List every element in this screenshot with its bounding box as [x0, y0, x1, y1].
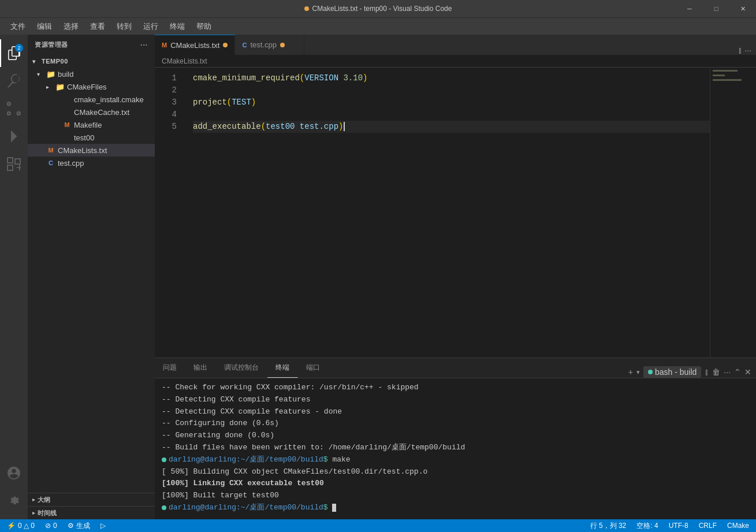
run-icon: ▷ [100, 522, 106, 530]
tree-cmake-install[interactable]: cmake_install.cmake [28, 93, 155, 106]
split-editor-icon[interactable]: ⫿ [738, 46, 742, 55]
close-button[interactable]: ✕ [729, 0, 756, 17]
status-bar: ⚡ 0 △ 0 ⊘ 0 ⚙ 生成 ▷ 行 5，列 32 空格: 4 UTF-8 … [0, 519, 756, 532]
prompt-dot-2 [162, 505, 166, 510]
line-numbers: 1 2 3 4 5 [155, 68, 184, 358]
menu-run[interactable]: 运行 [139, 19, 163, 34]
menu-edit[interactable]: 编辑 [32, 19, 57, 34]
testcpp-label: test.cpp [58, 159, 155, 168]
tree-cmakefiles[interactable]: ▸ 📁 CMakeFiles [28, 80, 155, 93]
terminal-dot [648, 370, 653, 374]
panel: 问题 输出 调试控制台 终端 端口 + ▾ bash - build ⫿ [155, 358, 756, 519]
menu-select[interactable]: 选择 [59, 19, 83, 34]
activity-explorer[interactable]: 2 [0, 39, 28, 67]
tab-testcpp-label: test.cpp [250, 40, 277, 49]
terminal-line-2: -- Detecting CXX compile features [162, 394, 749, 406]
terminal-more-icon[interactable]: ··· [724, 367, 731, 377]
sidebar-header-icons: ··· [140, 40, 148, 50]
testcpp-icon: C [46, 159, 55, 166]
tab-cmakelists-unsaved [223, 43, 228, 47]
explorer-badge: 2 [15, 44, 23, 52]
activity-account[interactable] [0, 459, 28, 487]
eol-label: CRLF [699, 522, 717, 530]
status-encoding[interactable]: UTF-8 [666, 522, 691, 530]
tree-build[interactable]: ▾ 📁 build [28, 68, 155, 80]
tree-cmakecache[interactable]: CMakeCache.txt [28, 106, 155, 118]
status-language[interactable]: CMake [725, 522, 751, 530]
status-run[interactable]: ▷ [98, 522, 108, 530]
status-indent[interactable]: 空格: 4 [634, 521, 660, 531]
code-editor[interactable]: 1 2 3 4 5 cmake_minimum_required(VERSION… [155, 68, 756, 358]
panel-maximize-icon[interactable]: ⌃ [734, 367, 741, 377]
code-line-2 [193, 84, 710, 96]
menu-file[interactable]: 文件 [6, 19, 30, 34]
window-controls: ─ □ ✕ [676, 0, 756, 17]
activity-search[interactable] [0, 67, 28, 95]
cmakelists-label: CMakeLists.txt [58, 146, 155, 155]
tab-testcpp[interactable]: C test.cpp [235, 35, 304, 55]
status-warnings[interactable]: ⊘ 0 [43, 522, 59, 530]
tab-cmakelists[interactable]: M CMakeLists.txt [155, 35, 235, 55]
code-line-1: cmake_minimum_required(VERSION 3.10) [193, 72, 710, 84]
timeline-header[interactable]: ▸ 时间线 [28, 507, 155, 519]
maximize-button[interactable]: □ [703, 0, 729, 17]
minimap [710, 68, 756, 358]
gear-icon: ⚙ [68, 522, 74, 530]
delete-terminal-icon[interactable]: 🗑 [712, 367, 720, 377]
prompt-text-2: darling@darling:~/桌面/temp00/build$ [169, 502, 336, 514]
panel-tab-debug[interactable]: 调试控制台 [216, 358, 267, 378]
new-terminal-icon[interactable]: + [628, 367, 633, 377]
tree-testcpp[interactable]: C test.cpp [28, 157, 155, 169]
activity-extensions[interactable] [0, 150, 28, 178]
cmake-install-label: cmake_install.cmake [74, 95, 155, 104]
terminal-content[interactable]: -- Check for working CXX compiler: /usr/… [155, 378, 756, 519]
sidebar-more-icon[interactable]: ··· [140, 40, 148, 50]
activity-run[interactable] [0, 122, 28, 150]
breadcrumb: CMakeLists.txt [155, 55, 756, 68]
panel-tab-terminal[interactable]: 终端 [267, 358, 298, 378]
breadcrumb-file[interactable]: CMakeLists.txt [162, 57, 207, 65]
window-title: CMakeLists.txt - temp00 - Visual Studio … [312, 5, 452, 13]
makefile-label: Makefile [74, 121, 155, 129]
tab-more-icon[interactable]: ··· [744, 46, 751, 55]
terminal-prompt-2: darling@darling:~/桌面/temp00/build$ [162, 502, 749, 514]
minimize-button[interactable]: ─ [676, 0, 703, 17]
error-count: 0 △ 0 [18, 522, 35, 530]
code-content[interactable]: cmake_minimum_required(VERSION 3.10) pro… [184, 68, 710, 358]
tree-root[interactable]: ▾ TEMP00 [28, 55, 155, 68]
status-generate[interactable]: ⚙ 生成 [65, 521, 92, 531]
menu-view[interactable]: 查看 [85, 19, 110, 34]
menu-help[interactable]: 帮助 [192, 19, 216, 34]
panel-tab-ports[interactable]: 端口 [298, 358, 329, 378]
timeline-section: ▸ 时间线 [28, 506, 155, 519]
terminal-line-6: -- Build files have been written to: /ho… [162, 442, 749, 454]
tree-cmakelists[interactable]: M CMakeLists.txt [28, 144, 155, 157]
activity-settings[interactable] [0, 487, 28, 515]
panel-tab-problems[interactable]: 问题 [155, 358, 185, 378]
root-label: TEMP00 [42, 58, 155, 65]
split-terminal-icon[interactable]: ⫿ [705, 367, 709, 377]
cmakefiles-arrow: ▸ [46, 84, 55, 90]
panel-tab-output[interactable]: 输出 [185, 358, 216, 378]
terminal-label[interactable]: bash - build [643, 366, 701, 378]
menu-goto[interactable]: 转到 [112, 19, 136, 34]
panel-close-icon[interactable]: ✕ [744, 367, 751, 377]
terminal-line-5: -- Generating done (0.0s) [162, 430, 749, 442]
terminal-dropdown-icon[interactable]: ▾ [636, 369, 640, 376]
status-cursor[interactable]: 行 5，列 32 [588, 521, 629, 531]
activity-source-control[interactable] [0, 95, 28, 122]
unsaved-indicator [304, 6, 309, 11]
status-eol[interactable]: CRLF [697, 522, 719, 530]
status-errors[interactable]: ⚡ 0 △ 0 [5, 522, 37, 530]
tree-test00[interactable]: test00 [28, 131, 155, 144]
menu-terminal[interactable]: 终端 [165, 19, 189, 34]
test00-label: test00 [74, 133, 155, 142]
timeline-label: 时间线 [38, 509, 57, 518]
build-label: build [58, 70, 155, 79]
terminal-prompt-1: darling@darling:~/桌面/temp00/build$ make [162, 454, 749, 466]
terminal-name: bash - build [655, 367, 697, 377]
generate-label: 生成 [76, 521, 90, 531]
tree-makefile[interactable]: M Makefile [28, 118, 155, 131]
title-bar-title: CMakeLists.txt - temp00 - Visual Studio … [304, 5, 452, 13]
outline-header[interactable]: ▸ 大纲 [28, 493, 155, 506]
